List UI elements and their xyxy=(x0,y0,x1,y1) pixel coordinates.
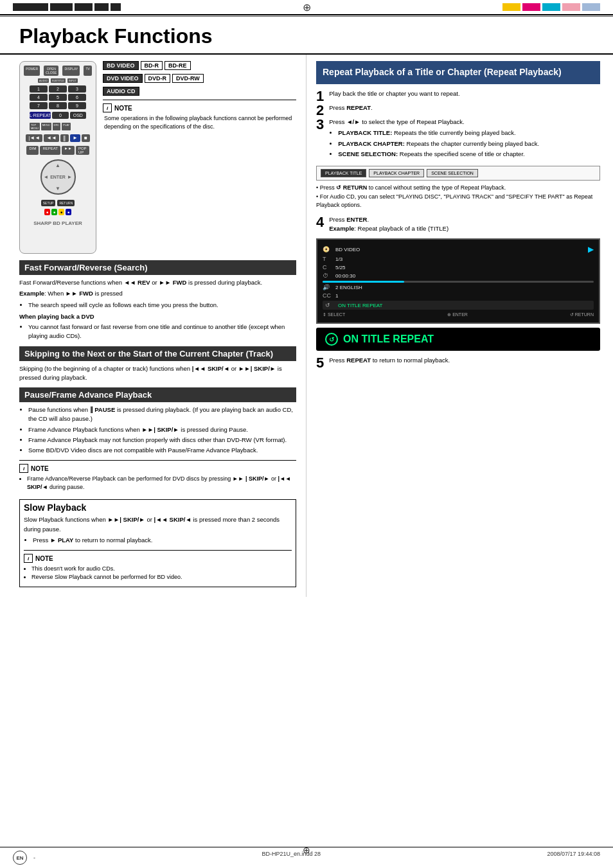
osd-track-row: T 1/3 xyxy=(323,256,594,262)
slow-section: Slow Playback Slow Playback functions wh… xyxy=(19,499,296,587)
note-title-slow: i NOTE xyxy=(24,554,292,563)
btn-7: 7 xyxy=(30,102,48,109)
play-btn: ► xyxy=(70,134,80,142)
input-btn: INPUT xyxy=(67,78,78,83)
note-title-pause: i NOTE xyxy=(19,464,296,473)
nav-down-icon: ▼ xyxy=(55,186,60,191)
osd-format-label: BD VIDEO xyxy=(335,247,360,252)
enter-btn: ENTER xyxy=(50,175,66,179)
osd-repeat-row: ↺ ON TITLE REPEAT xyxy=(323,301,594,310)
bar5 xyxy=(111,3,121,11)
osd-repeat-label: ON TITLE REPEAT xyxy=(338,303,383,308)
skip-back-btn: |◄◄ xyxy=(26,134,42,142)
magenta-bar xyxy=(522,3,540,11)
chapter-icon: C xyxy=(323,264,332,270)
step-num-1: 1 xyxy=(316,89,324,103)
bottom-btns: SETUP RETURN xyxy=(41,200,75,206)
transport-row2: DIM REPEAT ►► POPUP xyxy=(26,146,89,155)
badge-dvd-video: DVD VIDEO xyxy=(103,74,143,83)
note-box-slow: i NOTE This doesn't work for audio CDs. … xyxy=(24,550,292,584)
pause-body: Pause functions when ‖ PAUSE is pressed … xyxy=(19,405,296,455)
step-4-content: Press ENTER. Example: Repeat playback of… xyxy=(329,215,600,234)
osd-subtitle: 1 xyxy=(335,293,338,299)
power-btn: POWER xyxy=(24,66,40,76)
repeat-indicator-icon: ↺ xyxy=(325,302,334,308)
dim-btn: DIM xyxy=(26,146,39,155)
osd-chapter: 5/25 xyxy=(335,265,346,270)
left-bars xyxy=(0,3,121,11)
slow-title: Slow Playback xyxy=(24,502,292,513)
step-num-2: 2 xyxy=(316,103,324,118)
yellow-btn: ■ xyxy=(58,209,64,215)
step-num-5: 5 xyxy=(316,356,324,370)
osd-play-icon: ▶ xyxy=(588,245,594,254)
btn-2: 2 xyxy=(49,85,67,93)
btn-9: 9 xyxy=(68,102,86,109)
osd-format-row: 📀 BD VIDEO ▶ xyxy=(323,245,594,254)
footer-dash: - xyxy=(33,855,35,861)
time-icon: ⏱ xyxy=(323,272,332,279)
step-3-content: Press ◄/► to select the type of Repeat P… xyxy=(329,118,600,161)
note-icon-pause: i xyxy=(19,464,28,473)
page-title: Playback Functions xyxy=(0,17,613,55)
main-content: POWER OPENCLOSE DISPLAY TV AUDIO SUBTITL… xyxy=(0,55,613,597)
footer-date: 2008/07/17 19:44:08 xyxy=(547,851,600,865)
osd-time: 00:00:30 xyxy=(335,273,355,279)
osd-tabs-row: PLAYBACK TITLE PLAYBACK CHAPTER SCENE SE… xyxy=(321,169,596,177)
enter-hint: ⊕ ENTER xyxy=(447,312,468,317)
osd-tab-chapter: PLAYBACK CHAPTER xyxy=(369,169,424,177)
nav-left-icon: ◄ xyxy=(44,174,49,180)
btn-5: 5 xyxy=(49,94,67,101)
extra-btns1: TOPMENU MENU DRC PLAY xyxy=(30,123,86,130)
osd-tab-title: PLAYBACK TITLE xyxy=(321,169,366,177)
transport-row: |◄◄ ◄◄ ‖ ► ■ xyxy=(26,134,90,142)
nav-right-icon: ► xyxy=(67,174,73,180)
btn-3: 3 xyxy=(68,85,86,93)
step-2-content: Press REPEAT. xyxy=(329,103,600,112)
osd-subtitle-row: CC 1 xyxy=(323,292,594,299)
ltblue-bar xyxy=(582,3,600,11)
sharp-label: SHARP BD PLAYER xyxy=(33,220,82,226)
bar2 xyxy=(50,3,73,11)
top-menu-btn: TOPMENU xyxy=(30,123,40,130)
step-1: 1 Play back the title or chapter you wan… xyxy=(316,89,600,98)
right-column: Repeat Playback of a Title or Chapter (R… xyxy=(306,55,613,597)
l-repeat-btn: L·REPEAT xyxy=(30,112,51,119)
format-badges-row1: BD VIDEO BD-R BD-RE xyxy=(103,61,296,70)
step-1-content: Play back the title or chapter you want … xyxy=(329,89,600,98)
badge-dvd-r: DVD-R xyxy=(145,74,171,83)
step-3-notes: • Press ↺ RETURN to cancel without setti… xyxy=(316,184,600,210)
progress-bar xyxy=(323,281,594,283)
osd-audio: 2 ENGLISH xyxy=(335,285,362,290)
setup-btn: SETUP xyxy=(41,200,56,206)
right-bars xyxy=(502,3,613,11)
return-hint: ↺ RETURN xyxy=(570,312,594,317)
color-btns-row: ■ ■ ■ ■ xyxy=(44,209,71,215)
en-badge: EN xyxy=(13,851,27,865)
play2-btn: PLAY xyxy=(62,123,71,130)
badge-bd-r: BD-R xyxy=(141,61,163,70)
on-title-icon: ↺ xyxy=(325,333,338,346)
fwd-btn: ►► xyxy=(62,146,75,155)
yellow-bar xyxy=(502,3,520,11)
osd-btn: OSD xyxy=(70,112,86,119)
number-grid: 1 2 3 4 5 6 7 8 9 xyxy=(30,85,86,109)
icon-row: AUDIO SUBTITLE INPUT xyxy=(38,78,78,83)
bar3 xyxy=(75,3,93,11)
skipping-body: Skipping (to the beginning of a chapter … xyxy=(19,364,296,383)
osd-full-display: 📀 BD VIDEO ▶ T 1/3 C 5/25 ⏱ 00:00:30 xyxy=(316,238,600,324)
step-5-content: Press REPEAT to return to normal playbac… xyxy=(329,356,600,365)
open-close-btn: OPENCLOSE xyxy=(44,66,58,76)
note-box-pause: i NOTE Frame Advance/Reverse Playback ca… xyxy=(19,460,296,494)
drc-btn: DRC xyxy=(53,123,61,130)
fast-forward-header: Fast Forward/Reverse (Search) xyxy=(19,260,296,275)
stop-btn: ■ xyxy=(82,134,90,142)
osd-track: 1/3 xyxy=(335,256,342,262)
osd-tabs-display: PLAYBACK TITLE PLAYBACK CHAPTER SCENE SE… xyxy=(316,166,600,181)
step-2: 2 Press REPEAT. xyxy=(316,103,600,112)
footer-filename: BD-HP21U_en.indd 28 xyxy=(262,851,321,865)
blue-btn: ■ xyxy=(66,209,71,215)
btn-4: 4 xyxy=(30,94,48,101)
fast-forward-body: Fast Forward/Reverse functions when ◄◄ R… xyxy=(19,278,296,341)
osd-time-row: ⏱ 00:00:30 xyxy=(323,272,594,279)
